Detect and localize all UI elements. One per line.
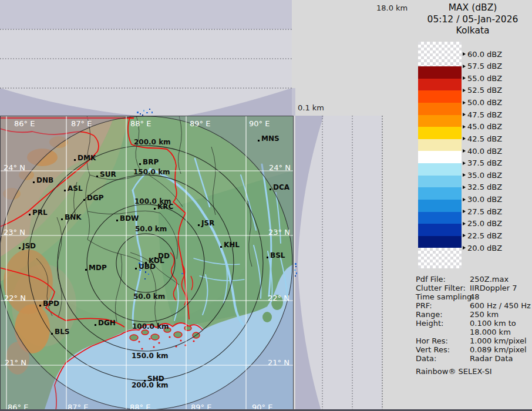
legend-checker-top [418, 42, 462, 66]
top-projection-strip [0, 0, 292, 116]
metadata-value: 1.000 km/pixel [470, 336, 527, 345]
legend-arrow-icon [463, 52, 466, 56]
legend-color-block [418, 90, 462, 103]
legend-label-text: 37.5 dBZ [467, 159, 502, 167]
legend-labels: 60.0 dBZ57.5 dBZ55.0 dBZ52.5 dBZ50.0 dBZ… [463, 42, 527, 268]
metadata-value: 600 Hz / 450 Hz [470, 301, 531, 310]
legend-label-text: 45.0 dBZ [467, 122, 502, 131]
legend-label: 57.5 dBZ [463, 62, 502, 70]
legend-arrow-icon [463, 125, 466, 129]
metadata-row: Height:0.100 km to [416, 319, 531, 328]
legend-label-text: 55.0 dBZ [467, 74, 502, 83]
legend-color-block [418, 212, 462, 224]
legend-label-text: 30.0 dBZ [467, 195, 502, 204]
legend-label-text: 57.5 dBZ [467, 62, 502, 70]
legend-label-text: 22.5 dBZ [467, 231, 502, 240]
legend-label: 22.5 dBZ [463, 231, 502, 240]
legend-label: 55.0 dBZ [463, 74, 502, 83]
metadata-row: Pdf File:250Z.max [416, 275, 531, 284]
legend-color-block [418, 127, 462, 139]
radar-workstation-window: MNSDMKBRPSURDNBDCAASLDGPKRCPRLBNKBDWJSRK… [0, 0, 532, 411]
legend-color-block [418, 176, 462, 188]
legend-label-text: 27.5 dBZ [467, 207, 502, 216]
product-title-block: MAX (dBZ) 05:12 / 05-Jan-2026 Kolkata [411, 2, 532, 37]
legend-label-text: 25.0 dBZ [467, 219, 502, 228]
map-canvas[interactable] [0, 116, 294, 411]
metadata-row: Data:Radar Data [416, 354, 531, 363]
side-projection-strip [292, 88, 382, 411]
legend-arrow-icon [463, 89, 466, 92]
legend-label-text: 50.0 dBZ [467, 98, 502, 107]
legend-color-block [418, 151, 462, 163]
legend-label-text: 52.5 dBZ [467, 86, 502, 95]
legend-label: 35.0 dBZ [463, 171, 502, 180]
metadata-label: Clutter Filter: [416, 284, 466, 292]
legend-arrow-icon [463, 137, 466, 140]
legend-label: 20.0 dBZ [463, 244, 502, 252]
legend-label: 47.5 dBZ [463, 110, 502, 119]
legend-arrow-icon [463, 246, 466, 250]
metadata-label: Vert Res: [416, 345, 450, 354]
legend-label-text: 47.5 dBZ [467, 110, 502, 119]
metadata-row: Vert Res:0.089 km/pixel [416, 345, 531, 354]
legend-color-block [418, 224, 462, 236]
metadata-label: Height: [416, 319, 443, 328]
legend-arrow-icon [463, 149, 466, 153]
legend-arrow-icon [463, 65, 466, 68]
legend-label: 42.5 dBZ [463, 134, 502, 143]
legend-label-text: 20.0 dBZ [467, 244, 502, 252]
legend-label-text: 40.0 dBZ [467, 147, 502, 156]
metadata-label: PRF: [416, 301, 432, 310]
metadata-value: Radar Data [470, 354, 513, 363]
legend-label-text: 60.0 dBZ [467, 50, 502, 59]
product-metadata: Pdf File:250Z.maxClutter Filter:IIRDoppl… [416, 275, 531, 376]
legend-label: 27.5 dBZ [463, 207, 502, 216]
legend-color-block [418, 66, 462, 79]
legend-arrow-icon [463, 113, 466, 116]
metadata-row: 18.000 km [416, 328, 531, 336]
legend-arrow-icon [463, 76, 466, 80]
legend-color-block [418, 236, 462, 248]
metadata-value: 18.000 km [470, 328, 511, 336]
metadata-value: IIRDoppler 7 [470, 284, 517, 292]
legend-color-block [418, 115, 462, 127]
legend-arrow-icon [463, 161, 466, 165]
metadata-row: PRF:600 Hz / 450 Hz [416, 301, 531, 310]
legend-arrow-icon [463, 222, 466, 225]
metadata-rows: Pdf File:250Z.maxClutter Filter:IIRDoppl… [416, 275, 531, 363]
metadata-value: 0.100 km to [470, 319, 516, 328]
metadata-row: Hor Res:1.000 km/pixel [416, 336, 531, 345]
legend-arrow-icon [463, 173, 466, 177]
metadata-value: 250 km [470, 310, 499, 319]
software-brand: Rainbow® SELEX-SI [416, 367, 531, 376]
legend-label: 37.5 dBZ [463, 159, 502, 167]
legend-label-text: 42.5 dBZ [467, 134, 502, 143]
legend-color-block [418, 139, 462, 151]
metadata-value: 0.089 km/pixel [470, 345, 527, 354]
metadata-value: 250Z.max [470, 275, 509, 284]
legend-color-block [418, 79, 462, 91]
legend-arrow-icon [463, 210, 466, 213]
legend-arrow-icon [463, 101, 466, 105]
metadata-value: 48 [470, 292, 480, 301]
legend-arrow-icon [463, 198, 466, 201]
metadata-label: Hor Res: [416, 336, 448, 345]
product-datetime: 05:12 / 05-Jan-2026 [411, 14, 532, 26]
metadata-row: Range:250 km [416, 310, 531, 319]
legend-color-block [418, 103, 462, 115]
metadata-label: Data: [416, 354, 436, 363]
legend-color-block [418, 200, 462, 212]
legend-label-text: 32.5 dBZ [467, 183, 502, 191]
metadata-row: Time sampling:48 [416, 292, 531, 301]
legend-arrow-icon [463, 234, 466, 237]
product-name: MAX (dBZ) [411, 2, 532, 14]
legend-color-block [418, 163, 462, 176]
legend-label: 45.0 dBZ [463, 122, 502, 131]
metadata-label: Range: [416, 310, 443, 319]
legend-color-scale [418, 42, 462, 268]
legend-label-text: 35.0 dBZ [467, 171, 502, 180]
metadata-label: Pdf File: [416, 275, 446, 284]
legend-label: 40.0 dBZ [463, 147, 502, 156]
legend-color-block [418, 187, 462, 200]
legend-arrow-icon [463, 186, 466, 189]
